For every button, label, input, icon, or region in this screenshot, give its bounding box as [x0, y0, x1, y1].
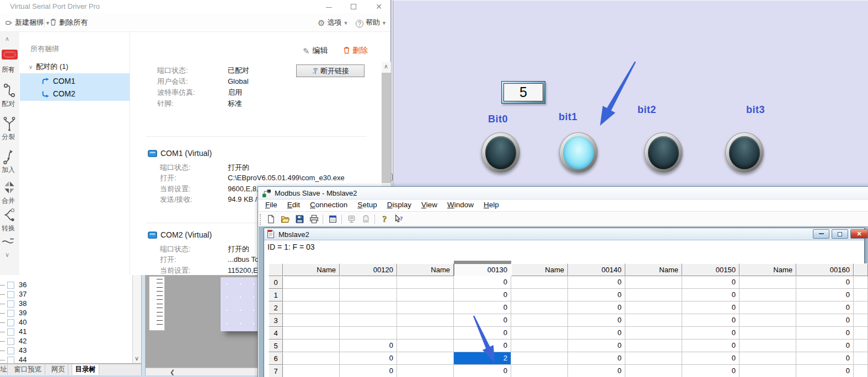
cell[interactable]: 0: [568, 327, 625, 340]
cell[interactable]: 0: [796, 327, 854, 340]
cell[interactable]: [340, 276, 397, 289]
cell[interactable]: [397, 289, 454, 301]
column-header[interactable]: [854, 263, 868, 276]
column-header-Name[interactable]: Name: [625, 263, 682, 276]
cell[interactable]: [283, 314, 340, 327]
help-icon[interactable]: ?: [378, 213, 392, 225]
cell[interactable]: [340, 314, 397, 327]
cell[interactable]: [511, 352, 568, 365]
cell[interactable]: [740, 276, 796, 289]
delete-all-button[interactable]: 删除所有: [50, 17, 88, 29]
cell[interactable]: 0: [796, 301, 854, 314]
save-icon[interactable]: [293, 213, 307, 225]
cell[interactable]: [397, 276, 454, 289]
cell[interactable]: 2: [454, 352, 511, 365]
cell[interactable]: [283, 365, 340, 377]
cell[interactable]: 0: [682, 276, 740, 289]
cell[interactable]: 0: [340, 352, 397, 365]
cell[interactable]: 0: [796, 276, 854, 289]
tree-item-checkbox[interactable]: [7, 319, 14, 326]
cell[interactable]: [740, 314, 796, 327]
cell[interactable]: [625, 314, 682, 327]
cell[interactable]: [854, 365, 868, 377]
tree-item-checkbox[interactable]: [7, 328, 14, 336]
row-header[interactable]: 5: [269, 340, 283, 352]
column-header-Name[interactable]: Name: [740, 263, 796, 276]
cell[interactable]: 0: [340, 365, 397, 377]
tree-item-38[interactable]: 38: [0, 299, 127, 309]
tree-item-41[interactable]: 41: [0, 327, 127, 337]
cell[interactable]: [511, 301, 568, 314]
child-minimize-button[interactable]: [813, 229, 829, 239]
tree-item-checkbox[interactable]: [7, 347, 14, 354]
tab-址[interactable]: 址: [0, 364, 8, 375]
cell[interactable]: 0: [682, 340, 740, 352]
poll-definition-icon[interactable]: [345, 213, 358, 225]
column-header-00140[interactable]: 00140: [568, 263, 625, 276]
cell[interactable]: 0: [682, 327, 740, 340]
row-header[interactable]: 2: [269, 301, 283, 314]
tree-item-39[interactable]: 39: [0, 309, 127, 318]
cell[interactable]: [283, 276, 340, 289]
cell[interactable]: 0: [568, 352, 625, 365]
cell[interactable]: [625, 327, 682, 340]
hmi-indicator-bit2[interactable]: [644, 132, 683, 173]
cell[interactable]: [283, 352, 340, 365]
cell[interactable]: [854, 276, 868, 289]
cell[interactable]: [625, 301, 682, 314]
edit-button[interactable]: ✎编辑: [303, 46, 328, 56]
tab-网页[interactable]: 网页: [49, 364, 68, 375]
modbus-title-bar[interactable]: Modbus Slave - Mbslave2: [258, 187, 868, 200]
help-button[interactable]: ?帮助▼: [356, 17, 387, 29]
cell[interactable]: [340, 327, 397, 340]
chevron-down-icon[interactable]: ∨: [5, 251, 9, 258]
new-icon[interactable]: [265, 213, 278, 225]
tree-item-checkbox[interactable]: [7, 282, 14, 289]
cell[interactable]: [740, 327, 796, 340]
options-button[interactable]: ⚙选项▼: [318, 17, 348, 29]
cell[interactable]: 0: [568, 301, 625, 314]
cell[interactable]: 0: [568, 289, 625, 301]
cell[interactable]: [511, 276, 568, 289]
paired-group[interactable]: ∨配对的 (1): [29, 62, 68, 72]
cell[interactable]: [340, 289, 397, 301]
cell[interactable]: [397, 327, 454, 340]
menu-help[interactable]: Help: [479, 200, 504, 210]
disconnect-button[interactable]: 断开链接: [296, 64, 365, 77]
child-title-bar[interactable]: Mbslave2 ✕: [264, 228, 864, 240]
tree-item-com2[interactable]: COM2: [41, 88, 75, 100]
maximize-button[interactable]: [347, 1, 360, 12]
cell[interactable]: 0: [454, 365, 511, 377]
new-bundle-button[interactable]: 新建捆绑▼: [6, 17, 50, 29]
tree-item-36[interactable]: 36: [0, 281, 127, 290]
cell[interactable]: 0: [682, 289, 740, 301]
tree-item-42[interactable]: 42: [0, 337, 127, 346]
cell[interactable]: [854, 289, 868, 301]
tree-item-checkbox[interactable]: [7, 300, 14, 308]
cell[interactable]: [340, 301, 397, 314]
child-restore-button[interactable]: [832, 229, 848, 239]
hmi-indicator-bit1[interactable]: [559, 132, 598, 173]
column-header-Name[interactable]: Name: [283, 263, 340, 276]
tree-scrollbar[interactable]: ∨: [132, 274, 142, 363]
column-header-00150[interactable]: 00150: [682, 263, 740, 276]
tree-item-37[interactable]: 37: [0, 290, 127, 299]
cell[interactable]: [854, 352, 868, 365]
cell[interactable]: [511, 289, 568, 301]
cell[interactable]: 0: [682, 314, 740, 327]
row-header[interactable]: 4: [269, 327, 283, 340]
open-icon[interactable]: [279, 213, 292, 225]
cell[interactable]: [740, 301, 796, 314]
cell[interactable]: 0: [454, 276, 511, 289]
cell[interactable]: 0: [568, 276, 625, 289]
tab-窗口预览[interactable]: 窗口预览: [11, 364, 45, 375]
menu-file[interactable]: File: [260, 200, 282, 210]
cell[interactable]: [625, 365, 682, 377]
chevron-down-icon[interactable]: ∨: [135, 355, 139, 362]
horizontal-scrollbar[interactable]: ❮: [146, 368, 258, 375]
column-header-Name[interactable]: Name: [511, 263, 568, 276]
column-header-00130[interactable]: 00130: [454, 263, 511, 276]
cell[interactable]: [740, 365, 796, 377]
cell[interactable]: 0: [454, 340, 511, 352]
delete-button[interactable]: 删除: [343, 46, 368, 56]
